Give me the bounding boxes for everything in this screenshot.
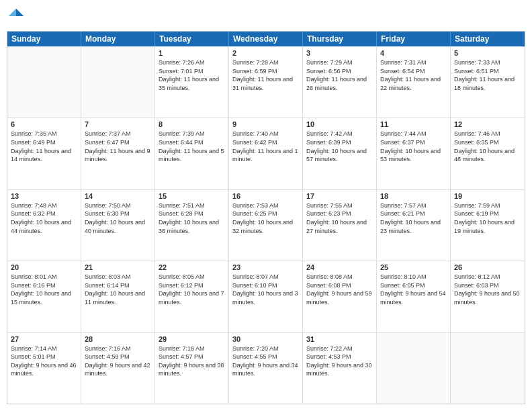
day-number: 9 <box>232 120 299 128</box>
calendar-cell <box>81 47 155 118</box>
calendar-header-cell: Wednesday <box>229 32 303 46</box>
calendar-cell: 10Sunrise: 7:42 AMSunset: 6:39 PMDayligh… <box>303 118 377 189</box>
calendar-cell: 20Sunrise: 8:01 AMSunset: 6:16 PMDayligh… <box>7 261 81 332</box>
day-number: 12 <box>454 120 521 128</box>
cell-info: Sunrise: 7:28 AMSunset: 6:59 PMDaylight:… <box>232 58 299 92</box>
day-number: 17 <box>306 192 373 200</box>
day-number: 5 <box>454 49 521 57</box>
cell-info: Sunrise: 7:31 AMSunset: 6:54 PMDaylight:… <box>380 58 447 92</box>
day-number: 31 <box>306 335 373 343</box>
cell-info: Sunrise: 7:44 AMSunset: 6:37 PMDaylight:… <box>380 130 447 163</box>
calendar-cell: 18Sunrise: 7:57 AMSunset: 6:21 PMDayligh… <box>377 190 451 261</box>
calendar-cell: 23Sunrise: 8:07 AMSunset: 6:10 PMDayligh… <box>229 261 303 332</box>
calendar-cell: 11Sunrise: 7:44 AMSunset: 6:37 PMDayligh… <box>377 118 451 189</box>
calendar-cell: 26Sunrise: 8:12 AMSunset: 6:03 PMDayligh… <box>451 261 525 332</box>
calendar-cell: 15Sunrise: 7:51 AMSunset: 6:28 PMDayligh… <box>155 190 229 261</box>
day-number: 4 <box>380 49 447 57</box>
calendar-header-cell: Tuesday <box>155 32 229 46</box>
calendar-cell: 31Sunrise: 7:22 AMSunset: 4:53 PMDayligh… <box>303 333 377 404</box>
day-number: 30 <box>232 335 299 343</box>
day-number: 22 <box>159 263 225 271</box>
calendar-cell: 16Sunrise: 7:53 AMSunset: 6:25 PMDayligh… <box>229 190 303 261</box>
logo <box>7 7 28 26</box>
day-number: 27 <box>11 335 77 343</box>
cell-info: Sunrise: 7:35 AMSunset: 6:49 PMDaylight:… <box>11 130 77 163</box>
calendar-cell: 27Sunrise: 7:14 AMSunset: 5:01 PMDayligh… <box>7 333 81 404</box>
cell-info: Sunrise: 7:39 AMSunset: 6:44 PMDaylight:… <box>159 130 225 163</box>
calendar-header-cell: Thursday <box>303 32 377 46</box>
calendar-body: 1Sunrise: 7:26 AMSunset: 7:01 PMDaylight… <box>7 46 525 404</box>
day-number: 21 <box>85 263 151 271</box>
calendar-header-cell: Monday <box>81 32 155 46</box>
cell-info: Sunrise: 8:12 AMSunset: 6:03 PMDaylight:… <box>454 273 521 306</box>
cell-info: Sunrise: 7:40 AMSunset: 6:42 PMDaylight:… <box>232 130 299 163</box>
header <box>7 7 525 26</box>
cell-info: Sunrise: 7:57 AMSunset: 6:21 PMDaylight:… <box>380 201 447 235</box>
calendar-cell: 13Sunrise: 7:48 AMSunset: 6:32 PMDayligh… <box>7 190 81 261</box>
day-number: 23 <box>232 263 299 271</box>
calendar-cell: 1Sunrise: 7:26 AMSunset: 7:01 PMDaylight… <box>155 47 229 118</box>
cell-info: Sunrise: 7:46 AMSunset: 6:35 PMDaylight:… <box>454 130 521 163</box>
cell-info: Sunrise: 8:10 AMSunset: 6:05 PMDaylight:… <box>380 273 447 306</box>
calendar-cell: 3Sunrise: 7:29 AMSunset: 6:56 PMDaylight… <box>303 47 377 118</box>
day-number: 19 <box>454 192 521 200</box>
day-number: 7 <box>85 120 151 128</box>
day-number: 6 <box>11 120 77 128</box>
svg-marker-0 <box>16 9 24 16</box>
page: SundayMondayTuesdayWednesdayThursdayFrid… <box>0 0 532 411</box>
day-number: 10 <box>306 120 373 128</box>
cell-info: Sunrise: 8:05 AMSunset: 6:12 PMDaylight:… <box>159 273 225 306</box>
day-number: 14 <box>85 192 151 200</box>
calendar-header-row: SundayMondayTuesdayWednesdayThursdayFrid… <box>7 32 525 46</box>
cell-info: Sunrise: 7:20 AMSunset: 4:55 PMDaylight:… <box>232 345 299 378</box>
cell-info: Sunrise: 7:16 AMSunset: 4:59 PMDaylight:… <box>85 345 151 378</box>
calendar-cell: 21Sunrise: 8:03 AMSunset: 6:14 PMDayligh… <box>81 261 155 332</box>
cell-info: Sunrise: 7:26 AMSunset: 7:01 PMDaylight:… <box>159 58 225 92</box>
cell-info: Sunrise: 7:48 AMSunset: 6:32 PMDaylight:… <box>11 201 77 235</box>
calendar-row: 1Sunrise: 7:26 AMSunset: 7:01 PMDaylight… <box>7 46 525 118</box>
calendar-cell: 5Sunrise: 7:33 AMSunset: 6:51 PMDaylight… <box>451 47 525 118</box>
calendar-cell: 7Sunrise: 7:37 AMSunset: 6:47 PMDaylight… <box>81 118 155 189</box>
day-number: 3 <box>306 49 373 57</box>
cell-info: Sunrise: 8:07 AMSunset: 6:10 PMDaylight:… <box>232 273 299 306</box>
calendar-cell: 24Sunrise: 8:08 AMSunset: 6:08 PMDayligh… <box>303 261 377 332</box>
cell-info: Sunrise: 7:59 AMSunset: 6:19 PMDaylight:… <box>454 201 521 235</box>
calendar-cell: 8Sunrise: 7:39 AMSunset: 6:44 PMDaylight… <box>155 118 229 189</box>
day-number: 20 <box>11 263 77 271</box>
cell-info: Sunrise: 7:18 AMSunset: 4:57 PMDaylight:… <box>159 345 225 378</box>
cell-info: Sunrise: 7:55 AMSunset: 6:23 PMDaylight:… <box>306 201 373 235</box>
calendar-header-cell: Friday <box>377 32 451 46</box>
calendar-cell: 19Sunrise: 7:59 AMSunset: 6:19 PMDayligh… <box>451 190 525 261</box>
day-number: 8 <box>159 120 225 128</box>
day-number: 16 <box>232 192 299 200</box>
cell-info: Sunrise: 7:22 AMSunset: 4:53 PMDaylight:… <box>306 345 373 378</box>
calendar-cell <box>7 47 81 118</box>
day-number: 28 <box>85 335 151 343</box>
day-number: 26 <box>454 263 521 271</box>
calendar-cell: 22Sunrise: 8:05 AMSunset: 6:12 PMDayligh… <box>155 261 229 332</box>
calendar-row: 6Sunrise: 7:35 AMSunset: 6:49 PMDaylight… <box>7 118 525 189</box>
cell-info: Sunrise: 7:37 AMSunset: 6:47 PMDaylight:… <box>85 130 151 163</box>
day-number: 13 <box>11 192 77 200</box>
cell-info: Sunrise: 7:14 AMSunset: 5:01 PMDaylight:… <box>11 345 77 378</box>
calendar-cell <box>451 333 525 404</box>
day-number: 24 <box>306 263 373 271</box>
calendar-cell: 30Sunrise: 7:20 AMSunset: 4:55 PMDayligh… <box>229 333 303 404</box>
calendar-cell: 4Sunrise: 7:31 AMSunset: 6:54 PMDaylight… <box>377 47 451 118</box>
cell-info: Sunrise: 8:01 AMSunset: 6:16 PMDaylight:… <box>11 273 77 306</box>
calendar-cell: 25Sunrise: 8:10 AMSunset: 6:05 PMDayligh… <box>377 261 451 332</box>
cell-info: Sunrise: 8:03 AMSunset: 6:14 PMDaylight:… <box>85 273 151 306</box>
calendar-cell: 2Sunrise: 7:28 AMSunset: 6:59 PMDaylight… <box>229 47 303 118</box>
cell-info: Sunrise: 7:42 AMSunset: 6:39 PMDaylight:… <box>306 130 373 163</box>
calendar-cell: 17Sunrise: 7:55 AMSunset: 6:23 PMDayligh… <box>303 190 377 261</box>
cell-info: Sunrise: 8:08 AMSunset: 6:08 PMDaylight:… <box>306 273 373 306</box>
logo-icon <box>7 7 26 26</box>
calendar-row: 20Sunrise: 8:01 AMSunset: 6:16 PMDayligh… <box>7 261 525 332</box>
day-number: 2 <box>232 49 299 57</box>
svg-marker-1 <box>9 9 16 16</box>
cell-info: Sunrise: 7:29 AMSunset: 6:56 PMDaylight:… <box>306 58 373 92</box>
calendar-cell: 6Sunrise: 7:35 AMSunset: 6:49 PMDaylight… <box>7 118 81 189</box>
calendar-row: 13Sunrise: 7:48 AMSunset: 6:32 PMDayligh… <box>7 189 525 261</box>
calendar-cell: 29Sunrise: 7:18 AMSunset: 4:57 PMDayligh… <box>155 333 229 404</box>
calendar-row: 27Sunrise: 7:14 AMSunset: 5:01 PMDayligh… <box>7 332 525 404</box>
